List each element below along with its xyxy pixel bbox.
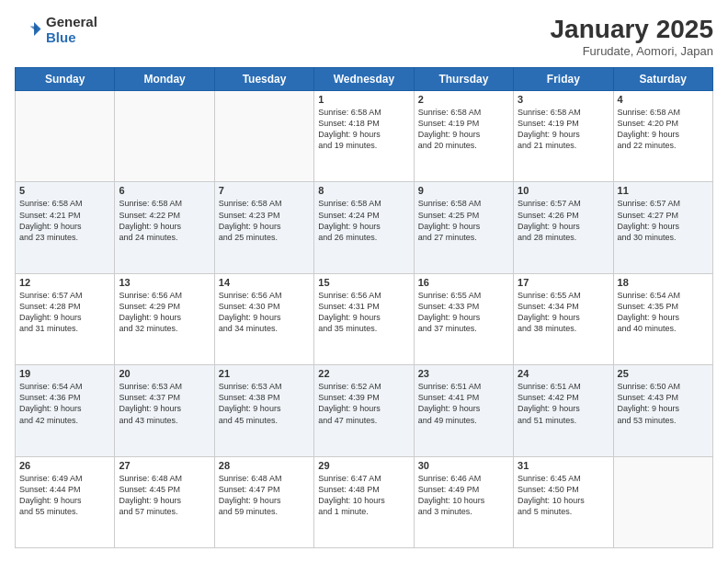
day-info: Sunrise: 6:49 AM Sunset: 4:44 PM Dayligh…: [19, 473, 110, 518]
day-number: 29: [318, 460, 409, 471]
logo-blue-text: Blue: [46, 30, 97, 46]
day-info: Sunrise: 6:53 AM Sunset: 4:37 PM Dayligh…: [119, 381, 210, 426]
day-info: Sunrise: 6:57 AM Sunset: 4:28 PM Dayligh…: [19, 290, 110, 335]
calendar-cell: 29Sunrise: 6:47 AM Sunset: 4:48 PM Dayli…: [314, 456, 414, 547]
calendar-cell: 9Sunrise: 6:58 AM Sunset: 4:25 PM Daylig…: [414, 182, 513, 273]
col-thursday: Thursday: [414, 68, 513, 91]
day-number: 5: [19, 185, 110, 196]
day-info: Sunrise: 6:56 AM Sunset: 4:29 PM Dayligh…: [119, 290, 210, 335]
day-number: 10: [518, 185, 609, 196]
day-number: 31: [518, 460, 609, 471]
day-number: 9: [418, 185, 509, 196]
day-number: 18: [618, 277, 709, 288]
day-info: Sunrise: 6:58 AM Sunset: 4:21 PM Dayligh…: [19, 198, 110, 243]
day-number: 11: [618, 185, 709, 196]
col-saturday: Saturday: [613, 68, 712, 91]
day-info: Sunrise: 6:51 AM Sunset: 4:42 PM Dayligh…: [518, 381, 609, 426]
col-sunday: Sunday: [16, 68, 115, 91]
day-info: Sunrise: 6:55 AM Sunset: 4:34 PM Dayligh…: [518, 290, 609, 335]
day-info: Sunrise: 6:56 AM Sunset: 4:31 PM Dayligh…: [318, 290, 409, 335]
day-number: 27: [119, 460, 210, 471]
day-info: Sunrise: 6:58 AM Sunset: 4:25 PM Dayligh…: [418, 198, 509, 243]
header: General Blue January 2025 Furudate, Aomo…: [15, 15, 713, 58]
calendar-week-row-4: 19Sunrise: 6:54 AM Sunset: 4:36 PM Dayli…: [16, 365, 713, 456]
calendar-cell: 26Sunrise: 6:49 AM Sunset: 4:44 PM Dayli…: [16, 456, 115, 547]
calendar-cell: 11Sunrise: 6:57 AM Sunset: 4:27 PM Dayli…: [613, 182, 712, 273]
title-block: January 2025 Furudate, Aomori, Japan: [551, 15, 713, 58]
day-info: Sunrise: 6:58 AM Sunset: 4:20 PM Dayligh…: [618, 107, 709, 152]
logo: General Blue: [15, 15, 97, 45]
day-number: 21: [219, 368, 310, 379]
day-number: 20: [119, 368, 210, 379]
page: General Blue January 2025 Furudate, Aomo…: [0, 0, 728, 563]
day-info: Sunrise: 6:54 AM Sunset: 4:36 PM Dayligh…: [19, 381, 110, 426]
day-info: Sunrise: 6:57 AM Sunset: 4:27 PM Dayligh…: [618, 198, 709, 243]
month-title: January 2025: [551, 15, 713, 44]
calendar-cell: 7Sunrise: 6:58 AM Sunset: 4:23 PM Daylig…: [214, 182, 313, 273]
calendar-cell: 13Sunrise: 6:56 AM Sunset: 4:29 PM Dayli…: [115, 273, 214, 364]
logo-icon: [15, 17, 42, 44]
calendar-week-row-2: 5Sunrise: 6:58 AM Sunset: 4:21 PM Daylig…: [16, 182, 713, 273]
day-number: 14: [219, 277, 310, 288]
day-number: 4: [618, 94, 709, 105]
day-number: 8: [318, 185, 409, 196]
day-number: 3: [518, 94, 609, 105]
day-number: 28: [219, 460, 310, 471]
logo-general-text: General: [46, 15, 97, 30]
day-number: 26: [19, 460, 110, 471]
day-info: Sunrise: 6:47 AM Sunset: 4:48 PM Dayligh…: [318, 473, 409, 518]
calendar-cell: 23Sunrise: 6:51 AM Sunset: 4:41 PM Dayli…: [414, 365, 513, 456]
svg-marker-1: [30, 26, 38, 31]
calendar-cell: 19Sunrise: 6:54 AM Sunset: 4:36 PM Dayli…: [16, 365, 115, 456]
calendar-cell: 8Sunrise: 6:58 AM Sunset: 4:24 PM Daylig…: [314, 182, 414, 273]
day-number: 7: [219, 185, 310, 196]
day-info: Sunrise: 6:58 AM Sunset: 4:23 PM Dayligh…: [219, 198, 310, 243]
day-number: 25: [618, 368, 709, 379]
calendar-cell: 5Sunrise: 6:58 AM Sunset: 4:21 PM Daylig…: [16, 182, 115, 273]
day-info: Sunrise: 6:55 AM Sunset: 4:33 PM Dayligh…: [418, 290, 509, 335]
calendar-cell: 2Sunrise: 6:58 AM Sunset: 4:19 PM Daylig…: [414, 91, 513, 182]
calendar-cell: [115, 91, 214, 182]
calendar-cell: [214, 91, 313, 182]
day-number: 16: [418, 277, 509, 288]
day-info: Sunrise: 6:54 AM Sunset: 4:35 PM Dayligh…: [618, 290, 709, 335]
logo-text: General Blue: [46, 15, 97, 45]
col-tuesday: Tuesday: [214, 68, 313, 91]
calendar-cell: 12Sunrise: 6:57 AM Sunset: 4:28 PM Dayli…: [16, 273, 115, 364]
calendar-cell: 14Sunrise: 6:56 AM Sunset: 4:30 PM Dayli…: [214, 273, 313, 364]
day-number: 22: [318, 368, 409, 379]
calendar-cell: 20Sunrise: 6:53 AM Sunset: 4:37 PM Dayli…: [115, 365, 214, 456]
calendar-week-row-1: 1Sunrise: 6:58 AM Sunset: 4:18 PM Daylig…: [16, 91, 713, 182]
calendar-week-row-5: 26Sunrise: 6:49 AM Sunset: 4:44 PM Dayli…: [16, 456, 713, 547]
day-info: Sunrise: 6:50 AM Sunset: 4:43 PM Dayligh…: [618, 381, 709, 426]
calendar-week-row-3: 12Sunrise: 6:57 AM Sunset: 4:28 PM Dayli…: [16, 273, 713, 364]
calendar-cell: 3Sunrise: 6:58 AM Sunset: 4:19 PM Daylig…: [514, 91, 613, 182]
day-number: 12: [19, 277, 110, 288]
day-info: Sunrise: 6:58 AM Sunset: 4:19 PM Dayligh…: [418, 107, 509, 152]
day-number: 19: [19, 368, 110, 379]
day-info: Sunrise: 6:57 AM Sunset: 4:26 PM Dayligh…: [518, 198, 609, 243]
day-number: 24: [518, 368, 609, 379]
calendar-cell: 17Sunrise: 6:55 AM Sunset: 4:34 PM Dayli…: [514, 273, 613, 364]
day-info: Sunrise: 6:58 AM Sunset: 4:18 PM Dayligh…: [318, 107, 409, 152]
calendar-cell: 4Sunrise: 6:58 AM Sunset: 4:20 PM Daylig…: [613, 91, 712, 182]
day-info: Sunrise: 6:51 AM Sunset: 4:41 PM Dayligh…: [418, 381, 509, 426]
day-info: Sunrise: 6:56 AM Sunset: 4:30 PM Dayligh…: [219, 290, 310, 335]
day-info: Sunrise: 6:52 AM Sunset: 4:39 PM Dayligh…: [318, 381, 409, 426]
day-number: 17: [518, 277, 609, 288]
calendar-cell: 10Sunrise: 6:57 AM Sunset: 4:26 PM Dayli…: [514, 182, 613, 273]
calendar-cell: 24Sunrise: 6:51 AM Sunset: 4:42 PM Dayli…: [514, 365, 613, 456]
col-wednesday: Wednesday: [314, 68, 414, 91]
calendar-cell: 16Sunrise: 6:55 AM Sunset: 4:33 PM Dayli…: [414, 273, 513, 364]
day-info: Sunrise: 6:46 AM Sunset: 4:49 PM Dayligh…: [418, 473, 509, 518]
location: Furudate, Aomori, Japan: [551, 44, 713, 58]
calendar-cell: 27Sunrise: 6:48 AM Sunset: 4:45 PM Dayli…: [115, 456, 214, 547]
day-number: 15: [318, 277, 409, 288]
day-info: Sunrise: 6:45 AM Sunset: 4:50 PM Dayligh…: [518, 473, 609, 518]
calendar-cell: [16, 91, 115, 182]
calendar-header-row: Sunday Monday Tuesday Wednesday Thursday…: [16, 68, 713, 91]
calendar-cell: 25Sunrise: 6:50 AM Sunset: 4:43 PM Dayli…: [613, 365, 712, 456]
calendar-cell: 28Sunrise: 6:48 AM Sunset: 4:47 PM Dayli…: [214, 456, 313, 547]
calendar-cell: 21Sunrise: 6:53 AM Sunset: 4:38 PM Dayli…: [214, 365, 313, 456]
day-number: 1: [318, 94, 409, 105]
